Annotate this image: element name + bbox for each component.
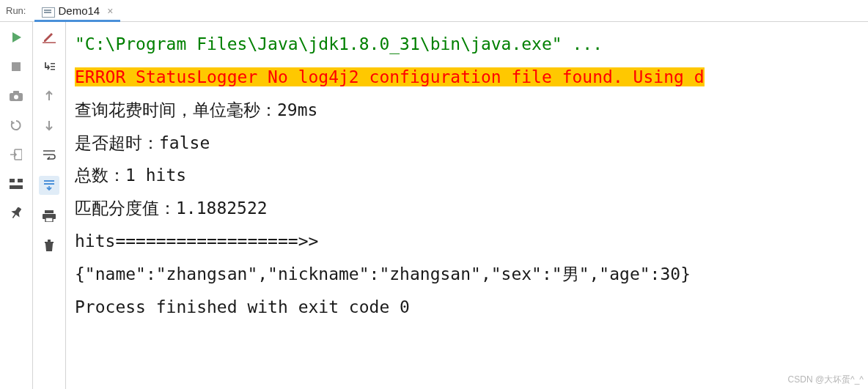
svg-rect-10 (51, 66, 55, 67)
run-icon[interactable] (8, 29, 24, 45)
console-line-output: 查询花费时间，单位毫秒：29ms (75, 94, 868, 127)
console-action-bar (33, 22, 66, 389)
svg-rect-15 (45, 242, 54, 243)
svg-rect-9 (51, 63, 55, 64)
run-tab-bar: Demo14 × (34, 0, 120, 21)
console-line-output: 匹配分度值：1.1882522 (75, 192, 868, 225)
layout-icon[interactable] (8, 176, 24, 192)
up-arrow-icon[interactable] (41, 88, 57, 104)
tab-active-indicator (34, 20, 120, 22)
console-line-output: hits==================>> (75, 225, 868, 258)
down-arrow-icon[interactable] (41, 117, 57, 133)
tab-label: Demo14 (58, 4, 100, 17)
pin-icon[interactable] (8, 205, 24, 221)
console-line-output: 是否超时：false (75, 127, 868, 160)
console-line-command: "C:\Program Files\Java\jdk1.8.0_31\bin\j… (75, 28, 868, 61)
trash-icon[interactable] (41, 237, 57, 253)
svg-rect-11 (51, 69, 55, 70)
camera-icon[interactable] (8, 88, 24, 104)
application-icon (42, 6, 54, 16)
console-line-exit: Process finished with exit code 0 (75, 291, 868, 324)
left-action-bar (0, 22, 33, 389)
svg-rect-8 (43, 42, 56, 44)
edit-pen-icon[interactable] (41, 29, 57, 45)
tab-demo14[interactable]: Demo14 × (34, 0, 120, 21)
run-body: "C:\Program Files\Java\jdk1.8.0_31\bin\j… (0, 22, 868, 389)
console-line-error: ERROR StatusLogger No log4j2 configurati… (75, 67, 705, 86)
run-toolwindow-header: Run: Demo14 × (0, 0, 868, 22)
svg-rect-5 (10, 179, 15, 182)
soft-wrap-icon[interactable] (41, 147, 57, 163)
step-down-icon[interactable] (41, 59, 57, 75)
svg-rect-0 (12, 62, 21, 71)
console-line-output: 总数：1 hits (75, 159, 868, 192)
scroll-to-end-icon[interactable] (39, 176, 59, 195)
svg-point-3 (14, 95, 18, 100)
console-line-output: {"name":"zhangsan","nickname":"zhangsan"… (75, 258, 868, 291)
svg-rect-7 (10, 185, 23, 189)
run-label: Run: (6, 5, 26, 16)
svg-rect-16 (48, 240, 51, 242)
print-icon[interactable] (41, 208, 57, 224)
svg-rect-12 (45, 210, 54, 213)
console-output[interactable]: "C:\Program Files\Java\jdk1.8.0_31\bin\j… (66, 22, 868, 389)
svg-rect-2 (13, 91, 19, 94)
restart-icon[interactable] (8, 117, 24, 133)
stop-icon[interactable] (8, 59, 24, 75)
watermark: CSDN @大坏蛋^_^ (788, 374, 864, 386)
exit-icon[interactable] (8, 147, 24, 163)
svg-rect-6 (18, 179, 23, 182)
close-icon[interactable]: × (107, 5, 113, 17)
svg-rect-14 (45, 218, 53, 222)
